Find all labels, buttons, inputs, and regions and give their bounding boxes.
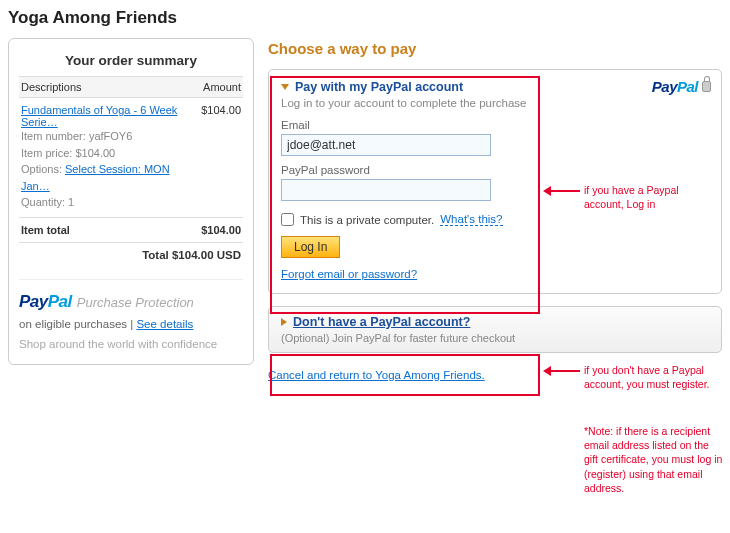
login-button[interactable]: Log In xyxy=(281,236,340,258)
paypal-logo: PayPal xyxy=(19,292,72,312)
item-qty-value: 1 xyxy=(68,196,74,208)
pay-with-paypal-title: Pay with my PayPal account xyxy=(295,80,463,94)
whats-this-link[interactable]: What's this? xyxy=(440,213,502,226)
annotation-login-hint-text: if you have a Paypal account, Log in xyxy=(584,184,714,211)
item-price-label: Item price: xyxy=(21,147,72,159)
annotation-login-hint: if you have a Paypal account, Log in xyxy=(550,184,714,211)
col-amount: Amount xyxy=(199,77,243,98)
purchase-protection: PayPal Purchase Protection xyxy=(19,279,243,312)
item-qty-label: Quantity: xyxy=(21,196,65,208)
item-total-row: Item total $104.00 xyxy=(19,217,243,242)
paypal-logo: PayPal xyxy=(652,78,698,95)
cancel-return-link[interactable]: Cancel and return to Yoga Among Friends. xyxy=(268,369,485,381)
order-summary-table: Descriptions Amount Fundamentals of Yoga… xyxy=(19,76,243,267)
annotation-note: *Note: if there is a recipient email add… xyxy=(584,424,724,495)
item-options-label: Options: xyxy=(21,163,62,175)
password-field[interactable] xyxy=(281,179,491,201)
see-details-link[interactable]: See details xyxy=(136,318,193,330)
protection-sub-prefix: on eligible purchases | xyxy=(19,318,133,330)
lock-icon xyxy=(702,81,711,92)
order-summary-panel: Your order summary Descriptions Amount F… xyxy=(8,38,254,365)
purchase-protection-label: Purchase Protection xyxy=(77,295,194,310)
item-name-link[interactable]: Fundamentals of Yoga - 6 Week Serie… xyxy=(21,104,177,128)
email-field[interactable] xyxy=(281,134,491,156)
choose-way-to-pay-title: Choose a way to pay xyxy=(268,40,722,57)
annotation-register-hint-text: if you don't have a Paypal account, you … xyxy=(584,364,714,391)
no-paypal-toggle[interactable]: Don't have a PayPal account? xyxy=(281,315,709,329)
no-paypal-subtitle: (Optional) Join PayPal for faster future… xyxy=(281,332,709,344)
password-label: PayPal password xyxy=(281,164,709,176)
email-label: Email xyxy=(281,119,709,131)
pay-with-paypal-subtitle: Log in to your account to complete the p… xyxy=(281,97,709,109)
item-total-value: $104.00 xyxy=(199,217,243,242)
paypal-brand-top: PayPal xyxy=(652,78,711,95)
item-price-value: $104.00 xyxy=(75,147,115,159)
item-total-label: Item total xyxy=(19,217,199,242)
annotation-register-hint: if you don't have a Paypal account, you … xyxy=(550,364,714,391)
forgot-link[interactable]: Forgot email or password? xyxy=(281,268,417,280)
no-paypal-section: Don't have a PayPal account? (Optional) … xyxy=(268,306,722,353)
chevron-down-icon xyxy=(281,84,289,90)
order-summary-heading: Your order summary xyxy=(19,49,243,76)
item-number-value: yafFOY6 xyxy=(89,130,132,142)
private-computer-label: This is a private computer. xyxy=(300,214,434,226)
page-title: Yoga Among Friends xyxy=(0,0,730,38)
chevron-right-icon xyxy=(281,318,287,326)
pay-with-paypal-toggle[interactable]: Pay with my PayPal account xyxy=(281,80,709,94)
protection-sub2: Shop around the world with confidence xyxy=(19,338,243,350)
pay-with-paypal-section: PayPal Pay with my PayPal account Log in… xyxy=(268,69,722,294)
no-paypal-title: Don't have a PayPal account? xyxy=(293,315,470,329)
item-number-label: Item number: xyxy=(21,130,86,142)
private-computer-checkbox[interactable] xyxy=(281,213,294,226)
table-row: Fundamentals of Yoga - 6 Week Serie… Ite… xyxy=(19,98,243,218)
grand-total-row: Total $104.00 USD xyxy=(19,242,243,267)
col-descriptions: Descriptions xyxy=(19,77,199,98)
grand-total: Total $104.00 USD xyxy=(19,242,243,267)
item-amount: $104.00 xyxy=(199,98,243,218)
